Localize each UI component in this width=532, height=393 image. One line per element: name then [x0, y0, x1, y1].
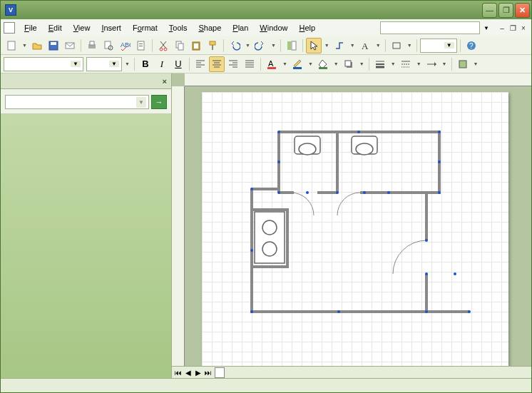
floor-plan-drawing[interactable]: [202, 92, 508, 366]
bold-button[interactable]: B: [138, 56, 153, 72]
title-bar[interactable]: V — ❐ ✕: [1, 1, 531, 19]
dd-icon[interactable]: ▼: [441, 61, 449, 66]
menu-shape[interactable]: Shape: [193, 21, 226, 34]
dd-icon[interactable]: ▼: [332, 61, 340, 66]
dd-icon[interactable]: ▼: [358, 61, 366, 66]
menu-edit[interactable]: Edit: [44, 21, 67, 34]
dd-icon[interactable]: ▼: [307, 61, 314, 66]
shapes-header: ×: [1, 73, 171, 89]
svg-rect-6: [105, 41, 111, 49]
font-name-dropdown[interactable]: ▼: [4, 57, 83, 71]
horizontal-ruler[interactable]: [185, 73, 531, 86]
font-color-button[interactable]: A: [264, 56, 280, 72]
menu-help[interactable]: Help: [294, 21, 320, 34]
line-pattern-button[interactable]: [398, 56, 414, 72]
line-color-button[interactable]: [290, 56, 305, 72]
menu-plan[interactable]: Plan: [227, 21, 253, 34]
menu-tools[interactable]: Tools: [164, 21, 193, 34]
svg-point-51: [250, 188, 253, 190]
align-left-button[interactable]: [193, 56, 208, 72]
page-tab[interactable]: [215, 367, 225, 378]
dd-icon[interactable]: ▼: [472, 61, 480, 66]
doc-minimize-button[interactable]: –: [497, 23, 507, 33]
research-button[interactable]: [133, 38, 149, 53]
copy-button[interactable]: [172, 38, 188, 53]
search-go-button[interactable]: →: [151, 95, 167, 109]
justify-button[interactable]: [242, 56, 257, 72]
undo-button[interactable]: [227, 38, 242, 53]
search-input[interactable]: ▼: [5, 95, 149, 109]
next-page-button[interactable]: ▶: [193, 369, 203, 377]
open-button[interactable]: [29, 38, 45, 53]
pointer-tool-button[interactable]: [306, 38, 322, 53]
spelling-button[interactable]: ABC: [117, 38, 133, 53]
help-button[interactable]: ?: [464, 38, 479, 53]
format-button[interactable]: [455, 56, 471, 72]
fill-color-button[interactable]: [315, 56, 331, 72]
dd-icon[interactable]: ▼: [281, 61, 289, 66]
format-painter-button[interactable]: [205, 38, 220, 53]
help-dropdown-icon[interactable]: ▼: [484, 25, 489, 31]
line-ends-button[interactable]: [424, 56, 439, 72]
mail-button[interactable]: [62, 38, 78, 53]
line-weight-button[interactable]: [372, 56, 388, 72]
connector-tool-button[interactable]: [332, 38, 347, 53]
align-center-button[interactable]: [209, 56, 225, 72]
menu-window[interactable]: Window: [255, 21, 292, 34]
shapes-close-button[interactable]: ×: [163, 77, 167, 86]
rectangle-tool-button[interactable]: [389, 38, 404, 53]
menu-insert[interactable]: Insert: [96, 21, 126, 34]
dd-icon[interactable]: ▼: [389, 61, 397, 66]
prev-page-button[interactable]: ◀: [183, 369, 193, 377]
svg-rect-32: [459, 61, 466, 68]
status-bar: [1, 378, 531, 392]
align-right-button[interactable]: [225, 56, 241, 72]
paste-button[interactable]: [188, 38, 204, 53]
dd-icon[interactable]: ▼: [349, 43, 357, 48]
font-size-dropdown[interactable]: ▼: [86, 57, 122, 71]
menu-format[interactable]: Format: [128, 21, 163, 34]
dd-icon[interactable]: ▼: [244, 43, 252, 48]
dd-icon[interactable]: ▼: [323, 43, 331, 48]
svg-text:A: A: [268, 59, 274, 68]
doc-restore-button[interactable]: ❐: [508, 23, 518, 33]
dd-icon[interactable]: ▼: [21, 43, 29, 48]
zoom-dropdown[interactable]: ▼: [420, 39, 457, 53]
last-page-button[interactable]: ⏭: [203, 369, 213, 377]
cut-button[interactable]: [155, 38, 171, 53]
svg-point-41: [357, 131, 360, 133]
menu-file[interactable]: File: [19, 21, 42, 34]
italic-button[interactable]: I: [154, 56, 170, 72]
print-preview-button[interactable]: [101, 38, 116, 53]
dd-icon[interactable]: ▼: [406, 43, 414, 48]
svg-rect-19: [212, 45, 213, 50]
chevron-down-icon: ▼: [444, 42, 454, 49]
drawing-page[interactable]: [185, 86, 531, 366]
save-button[interactable]: [46, 38, 61, 53]
underline-button[interactable]: U: [170, 56, 186, 72]
shadow-button[interactable]: [341, 56, 357, 72]
dd-icon[interactable]: ▼: [415, 61, 423, 66]
chevron-down-icon: ▼: [71, 61, 81, 67]
app-icon: V: [5, 4, 16, 16]
help-search-input[interactable]: [380, 21, 480, 34]
dd-icon[interactable]: ▼: [123, 61, 131, 66]
maximize-button[interactable]: ❐: [498, 3, 513, 18]
svg-point-45: [277, 191, 280, 194]
close-button[interactable]: ✕: [515, 3, 530, 18]
redo-button[interactable]: [252, 38, 268, 53]
minimize-button[interactable]: —: [482, 3, 497, 18]
shapes-window-button[interactable]: [284, 38, 300, 53]
first-page-button[interactable]: ⏮: [173, 369, 183, 377]
menu-view[interactable]: View: [68, 21, 96, 34]
dd-icon[interactable]: ▼: [374, 43, 382, 48]
dd-icon[interactable]: ▼: [270, 43, 277, 48]
text-tool-button[interactable]: A: [357, 38, 373, 53]
doc-close-button[interactable]: ×: [518, 23, 528, 33]
vertical-ruler[interactable]: [172, 86, 185, 366]
svg-rect-10: [139, 44, 143, 44]
print-button[interactable]: [84, 38, 100, 53]
new-button[interactable]: [4, 38, 19, 53]
page-navigation: ⏮ ◀ ▶ ⏭: [172, 369, 215, 377]
svg-rect-27: [267, 67, 276, 69]
